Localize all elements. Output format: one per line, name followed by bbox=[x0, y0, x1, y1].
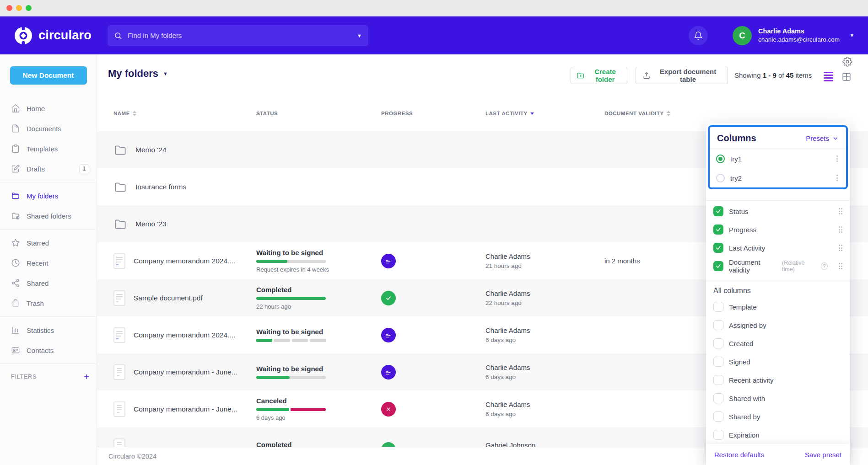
preset-menu-kebab-icon[interactable] bbox=[835, 173, 840, 183]
column-header-progress[interactable]: PROGRESS bbox=[381, 111, 485, 116]
checkbox-unchecked-icon[interactable] bbox=[713, 375, 723, 385]
page-title[interactable]: My folders ▼ bbox=[108, 68, 168, 80]
search-input[interactable]: Find in My folders ▼ bbox=[108, 25, 368, 46]
column-toggle-recent-activity[interactable]: Recent activity bbox=[706, 371, 850, 389]
export-document-table-button[interactable]: Export document table bbox=[636, 67, 728, 84]
progress-bar bbox=[256, 297, 326, 300]
column-toggle-shared-by[interactable]: Shared by bbox=[706, 407, 850, 426]
search-scope-caret-icon[interactable]: ▼ bbox=[352, 33, 362, 38]
minimize-button[interactable] bbox=[16, 5, 22, 11]
column-header-name[interactable]: NAME bbox=[113, 111, 256, 116]
checkbox-unchecked-icon[interactable] bbox=[713, 302, 723, 312]
sidebar-item-drafts[interactable]: Drafts 1 bbox=[0, 159, 97, 179]
sidebar-divider bbox=[0, 229, 97, 230]
grid-view-button[interactable] bbox=[841, 72, 852, 82]
column-header-document-validity[interactable]: DOCUMENT VALIDITY bbox=[604, 111, 868, 116]
last-activity-actor: Charlie Adams bbox=[485, 401, 604, 408]
column-toggle-expiration[interactable]: Expiration bbox=[706, 426, 850, 444]
checkbox-unchecked-icon[interactable] bbox=[713, 338, 723, 348]
column-toggle-created[interactable]: Created bbox=[706, 334, 850, 353]
drag-handle-icon[interactable] bbox=[839, 226, 843, 233]
notifications-button[interactable] bbox=[689, 26, 708, 45]
drag-handle-icon[interactable] bbox=[839, 263, 843, 269]
drag-handle-icon[interactable] bbox=[839, 245, 843, 251]
checkbox-checked-icon[interactable] bbox=[713, 206, 723, 216]
signature-status-badge bbox=[381, 328, 396, 342]
sidebar-item-shared-folders[interactable]: Shared folders bbox=[0, 206, 97, 226]
sidebar-item-documents[interactable]: Documents bbox=[0, 118, 97, 139]
column-toggle-document-validity[interactable]: Document validity (Relative time) ? bbox=[706, 257, 850, 275]
checkbox-checked-icon[interactable] bbox=[713, 224, 723, 235]
checkbox-unchecked-icon[interactable] bbox=[713, 320, 723, 330]
user-info[interactable]: Charlie Adams charlie.adams@circularo.co… bbox=[758, 27, 840, 43]
sidebar-item-recent[interactable]: Recent bbox=[0, 253, 97, 273]
checkbox-unchecked-icon[interactable] bbox=[713, 430, 723, 440]
column-header-last-activity[interactable]: LAST ACTIVITY bbox=[485, 111, 604, 116]
radio-selected-icon[interactable] bbox=[716, 155, 725, 163]
checkbox-checked-icon[interactable] bbox=[713, 261, 723, 271]
zoom-button[interactable] bbox=[26, 5, 32, 11]
sidebar-item-my-folders[interactable]: My folders bbox=[0, 186, 97, 206]
column-toggle-assigned-by[interactable]: Assigned by bbox=[706, 316, 850, 334]
presets-dropdown[interactable]: Presets bbox=[806, 134, 839, 142]
last-activity-actor: Charlie Adams bbox=[485, 289, 604, 297]
sidebar-item-label: Trash bbox=[27, 299, 44, 307]
shared-folder-icon bbox=[11, 211, 20, 220]
checkbox-checked-icon[interactable] bbox=[713, 243, 723, 253]
copyright-text: Circularo ©2024 bbox=[108, 453, 156, 460]
checkbox-unchecked-icon[interactable] bbox=[713, 393, 723, 403]
progress-bar-canceled bbox=[256, 408, 326, 411]
column-toggle-status[interactable]: Status bbox=[706, 202, 850, 220]
column-header-status[interactable]: STATUS bbox=[256, 111, 381, 116]
checkbox-unchecked-icon[interactable] bbox=[713, 412, 723, 422]
close-button[interactable] bbox=[6, 5, 12, 11]
sidebar-item-starred[interactable]: Starred bbox=[0, 233, 97, 253]
sidebar-item-label: Contacts bbox=[27, 347, 54, 354]
document-thumbnail-icon bbox=[113, 364, 125, 380]
completed-status-badge bbox=[381, 291, 396, 305]
column-toggle-signed[interactable]: Signed bbox=[706, 353, 850, 371]
sidebar-item-statistics[interactable]: Statistics bbox=[0, 320, 97, 340]
column-toggle-shared-with[interactable]: Shared with bbox=[706, 389, 850, 407]
preset-option-try1[interactable]: try1 bbox=[710, 149, 846, 168]
document-thumbnail-icon bbox=[113, 290, 125, 306]
table-settings-gear-icon[interactable] bbox=[842, 57, 852, 67]
sidebar-item-trash[interactable]: Trash bbox=[0, 293, 97, 313]
radio-unselected-icon[interactable] bbox=[716, 174, 725, 182]
preset-menu-kebab-icon[interactable] bbox=[835, 154, 840, 164]
canceled-status-badge bbox=[381, 402, 396, 417]
bell-icon bbox=[694, 31, 703, 40]
folder-plus-icon bbox=[577, 71, 585, 80]
sidebar-item-templates[interactable]: Templates bbox=[0, 139, 97, 159]
new-document-button[interactable]: New Document bbox=[10, 66, 87, 85]
app-window: circularo Find in My folders ▼ C Charlie… bbox=[0, 0, 868, 465]
checkbox-unchecked-icon[interactable] bbox=[713, 357, 723, 367]
restore-defaults-link[interactable]: Restore defaults bbox=[714, 451, 764, 459]
column-toggle-template[interactable]: Template bbox=[706, 298, 850, 316]
add-filter-button[interactable]: + bbox=[84, 372, 89, 382]
sidebar-item-contacts[interactable]: Contacts bbox=[0, 340, 97, 360]
star-icon bbox=[11, 238, 20, 247]
save-preset-link[interactable]: Save preset bbox=[805, 451, 841, 459]
preset-option-try2[interactable]: try2 bbox=[710, 168, 846, 187]
bar-chart-icon bbox=[11, 326, 20, 335]
folder-icon bbox=[113, 143, 127, 157]
showing-count: Showing 1 - 9 of 45 items bbox=[734, 71, 812, 79]
sidebar-item-label: Statistics bbox=[27, 326, 54, 334]
drag-handle-icon[interactable] bbox=[839, 208, 843, 214]
last-activity-actor: Charlie Adams bbox=[485, 326, 604, 334]
drafts-count-badge: 1 bbox=[79, 164, 89, 173]
sidebar-item-shared[interactable]: Shared bbox=[0, 273, 97, 293]
column-toggle-progress[interactable]: Progress bbox=[706, 220, 850, 239]
presets-highlight-box: Columns Presets try1 try2 bbox=[708, 125, 848, 189]
create-folder-button[interactable]: Create folder bbox=[571, 67, 627, 84]
user-menu-caret-icon[interactable]: ▼ bbox=[850, 33, 854, 38]
help-icon[interactable]: ? bbox=[821, 262, 827, 270]
column-toggle-last-activity[interactable]: Last Activity bbox=[706, 239, 850, 257]
status-label: Waiting to be signed bbox=[256, 328, 381, 336]
sidebar-item-home[interactable]: Home bbox=[0, 98, 97, 118]
avatar[interactable]: C bbox=[733, 26, 752, 45]
all-columns-heading: All columns bbox=[713, 287, 842, 295]
logo[interactable]: circularo bbox=[14, 26, 92, 45]
list-view-button[interactable] bbox=[824, 72, 833, 81]
